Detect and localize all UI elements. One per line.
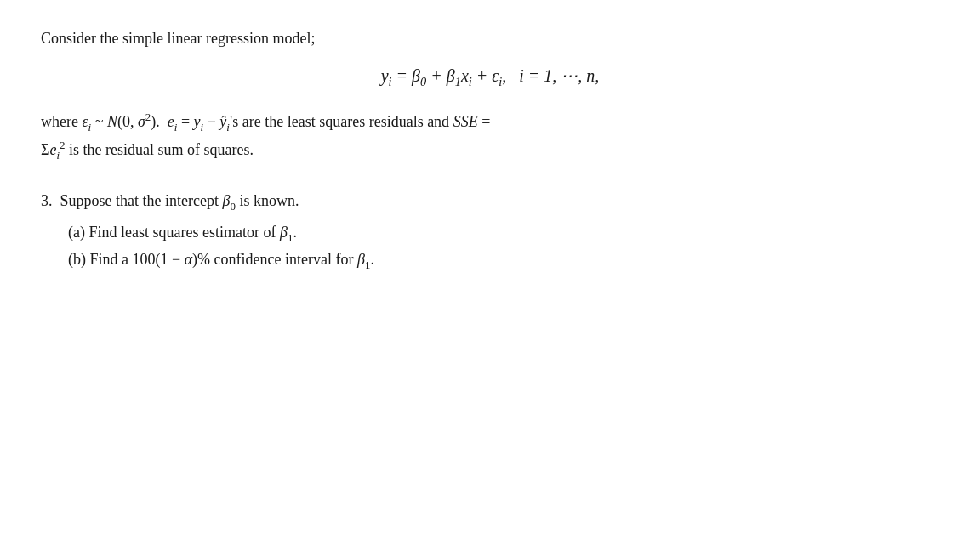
problem-section: 3. Suppose that the intercept β0 is know… — [41, 188, 939, 275]
problem-3a: (a) Find least squares estimator of β1. — [68, 219, 939, 247]
description-block: where εi ~ N(0, σ2). ei = yi − ŷi's are … — [41, 108, 939, 164]
part-b-text: (b) Find a 100(1 − α)% confidence interv… — [68, 251, 374, 268]
intro-paragraph: Consider the simple linear regression mo… — [41, 27, 939, 50]
main-equation: yi = β0 + β1xi + εi, i = 1, ⋯, n, — [41, 65, 939, 89]
page-container: Consider the simple linear regression mo… — [0, 0, 980, 551]
description-where: where εi ~ N(0, σ2). ei = yi − ŷi's are … — [41, 113, 490, 130]
problem-3-intro: 3. Suppose that the intercept β0 is know… — [41, 192, 299, 209]
problem-3-title: 3. Suppose that the intercept β0 is know… — [41, 188, 939, 216]
intro-text: Consider the simple linear regression mo… — [41, 30, 315, 47]
problem-3b: (b) Find a 100(1 − α)% confidence interv… — [68, 247, 939, 275]
description-sse: Σei2 is the residual sum of squares. — [41, 141, 254, 158]
equation-display: yi = β0 + β1xi + εi, i = 1, ⋯, n, — [381, 65, 600, 89]
part-a-text: (a) Find least squares estimator of β1. — [68, 224, 297, 241]
